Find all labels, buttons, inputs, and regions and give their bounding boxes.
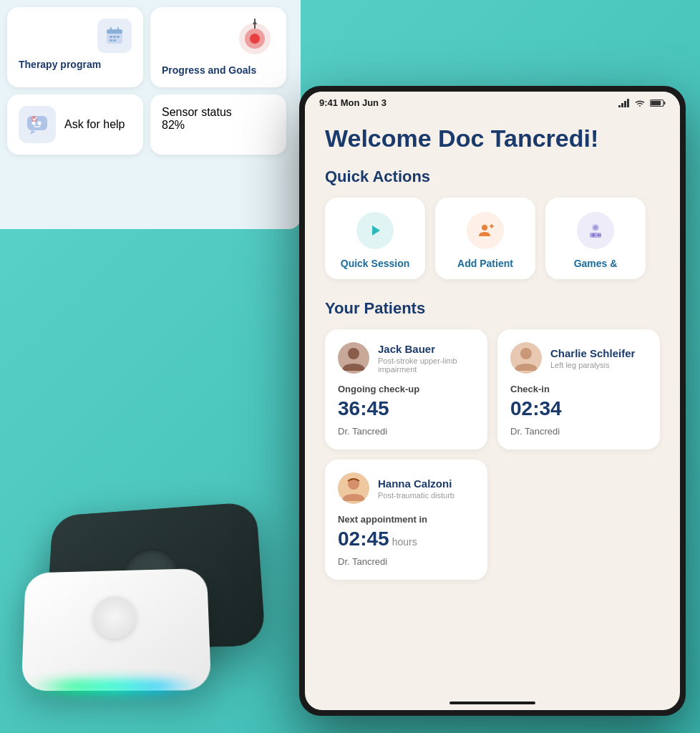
signal-icon bbox=[618, 99, 630, 107]
patient-status-charlie: Check-in bbox=[510, 384, 647, 394]
patient-header-charlie: Charlie Schleifer Left leg paralysis bbox=[510, 342, 647, 374]
progress-goals-card[interactable]: Progress and Goals bbox=[150, 7, 286, 87]
svg-rect-4 bbox=[110, 36, 112, 38]
ask-help-card[interactable]: Ask for help bbox=[7, 94, 143, 155]
svg-rect-24 bbox=[664, 102, 666, 105]
svg-rect-22 bbox=[627, 99, 629, 107]
svg-marker-26 bbox=[372, 225, 380, 236]
calendar-icon bbox=[97, 19, 132, 53]
speech-bubble-icon bbox=[24, 112, 50, 137]
quick-actions-title: Quick Actions bbox=[325, 168, 660, 186]
sensor-value: 82% bbox=[162, 119, 275, 132]
quick-session-label: Quick Session bbox=[341, 258, 409, 269]
person-add-icon bbox=[477, 222, 494, 239]
patient-info-jack: Jack Bauer Post-stroke upper-limb impair… bbox=[378, 343, 475, 374]
target-icon bbox=[235, 19, 275, 59]
svg-point-16 bbox=[32, 122, 36, 125]
games-card[interactable]: Games & bbox=[545, 198, 646, 279]
svg-rect-8 bbox=[113, 39, 116, 42]
ask-help-label: Ask for help bbox=[64, 118, 125, 131]
games-icon bbox=[586, 221, 605, 240]
games-icon-circle bbox=[577, 212, 614, 249]
home-indicator bbox=[449, 702, 535, 704]
hours-suffix-hanna: hours bbox=[392, 536, 417, 548]
patient-time-hanna: 02:45hours bbox=[338, 528, 475, 550]
play-icon bbox=[367, 223, 383, 238]
patient-condition-charlie: Left leg paralysis bbox=[550, 361, 635, 369]
ipad-screen: 9:41 Mon Jun 3 bbox=[305, 92, 680, 710]
patient-info-hanna: Hanna Calzoni Post-traumatic disturb bbox=[378, 477, 454, 500]
status-icons bbox=[618, 99, 666, 107]
patient-status-hanna: Next appointment in bbox=[338, 514, 475, 525]
battery-icon bbox=[650, 99, 666, 107]
games-label: Games & bbox=[574, 258, 618, 269]
patient-header-jack: Jack Bauer Post-stroke upper-limb impair… bbox=[338, 342, 475, 374]
svg-rect-6 bbox=[117, 36, 120, 38]
add-patient-card[interactable]: Add Patient bbox=[435, 198, 535, 279]
status-bar: 9:41 Mon Jun 3 bbox=[305, 92, 680, 111]
patient-condition-jack: Post-stroke upper-limb impairment bbox=[378, 356, 475, 374]
svg-point-35 bbox=[598, 235, 599, 236]
svg-point-31 bbox=[593, 225, 598, 230]
device-area bbox=[0, 232, 308, 733]
ask-help-icon-container bbox=[19, 106, 56, 143]
quick-actions-row: Quick Session Add Patient bbox=[325, 198, 660, 279]
avatar-charlie bbox=[510, 342, 542, 374]
patient-card-hanna[interactable]: Hanna Calzoni Post-traumatic disturb Nex… bbox=[325, 460, 487, 580]
device-white-button bbox=[93, 596, 136, 639]
device-white bbox=[21, 568, 212, 691]
ipad-content: Welcome Doc Tancredi! Quick Actions Quic… bbox=[305, 111, 680, 704]
svg-point-40 bbox=[520, 348, 532, 359]
patient-card-jack[interactable]: Jack Bauer Post-stroke upper-limb impair… bbox=[325, 329, 487, 450]
progress-card-label: Progress and Goals bbox=[162, 64, 275, 76]
sensor-card-label: Sensor status bbox=[162, 106, 275, 119]
svg-rect-7 bbox=[110, 39, 112, 42]
patient-status-jack: Ongoing check-up bbox=[338, 384, 475, 394]
patient-card-charlie[interactable]: Charlie Schleifer Left leg paralysis Che… bbox=[497, 329, 660, 450]
patient-header-hanna: Hanna Calzoni Post-traumatic disturb bbox=[338, 472, 475, 504]
wifi-icon bbox=[634, 99, 646, 107]
patient-doctor-hanna: Dr. Tancredi bbox=[338, 556, 475, 567]
svg-rect-1 bbox=[107, 29, 122, 34]
avatar-jack bbox=[338, 342, 369, 374]
svg-point-27 bbox=[482, 225, 487, 230]
patient-info-charlie: Charlie Schleifer Left leg paralysis bbox=[550, 347, 635, 369]
svg-rect-20 bbox=[621, 103, 623, 107]
therapy-card-label: Therapy program bbox=[19, 59, 132, 70]
welcome-title: Welcome Doc Tancredi! bbox=[325, 125, 660, 152]
status-time: 9:41 Mon Jun 3 bbox=[319, 97, 387, 108]
patients-grid: Jack Bauer Post-stroke upper-limb impair… bbox=[325, 329, 660, 580]
patient-time-jack: 36:45 bbox=[338, 397, 475, 420]
svg-point-38 bbox=[348, 348, 359, 359]
svg-rect-21 bbox=[624, 101, 626, 107]
patient-name-jack: Jack Bauer bbox=[378, 343, 475, 355]
svg-point-11 bbox=[250, 34, 260, 44]
patient-doctor-jack: Dr. Tancredi bbox=[338, 426, 475, 437]
patient-name-charlie: Charlie Schleifer bbox=[550, 347, 635, 359]
svg-marker-14 bbox=[253, 20, 257, 24]
patient-name-hanna: Hanna Calzoni bbox=[378, 477, 454, 490]
sensor-status-card[interactable]: Sensor status 82% bbox=[150, 94, 286, 155]
svg-point-17 bbox=[38, 122, 42, 125]
therapy-program-card[interactable]: Therapy program bbox=[7, 7, 143, 87]
patient-time-charlie: 02:34 bbox=[510, 397, 647, 420]
svg-rect-25 bbox=[651, 100, 661, 105]
top-cards-area: Therapy program Progress and Goals bbox=[7, 7, 286, 155]
avatar-hanna bbox=[338, 472, 369, 504]
quick-session-icon-circle bbox=[356, 212, 394, 249]
patient-doctor-charlie: Dr. Tancredi bbox=[510, 426, 647, 437]
patients-title: Your Patients bbox=[325, 299, 660, 318]
quick-session-card[interactable]: Quick Session bbox=[325, 198, 425, 279]
device-glow bbox=[25, 679, 204, 694]
ipad-frame: 9:41 Mon Jun 3 bbox=[299, 86, 686, 716]
svg-rect-15 bbox=[27, 116, 47, 130]
add-patient-icon-circle bbox=[467, 212, 504, 249]
add-patient-label: Add Patient bbox=[457, 258, 513, 269]
svg-point-36 bbox=[599, 235, 601, 236]
svg-point-18 bbox=[31, 116, 37, 122]
svg-rect-5 bbox=[113, 36, 116, 38]
svg-rect-19 bbox=[618, 105, 621, 107]
patient-condition-hanna: Post-traumatic disturb bbox=[378, 491, 454, 500]
